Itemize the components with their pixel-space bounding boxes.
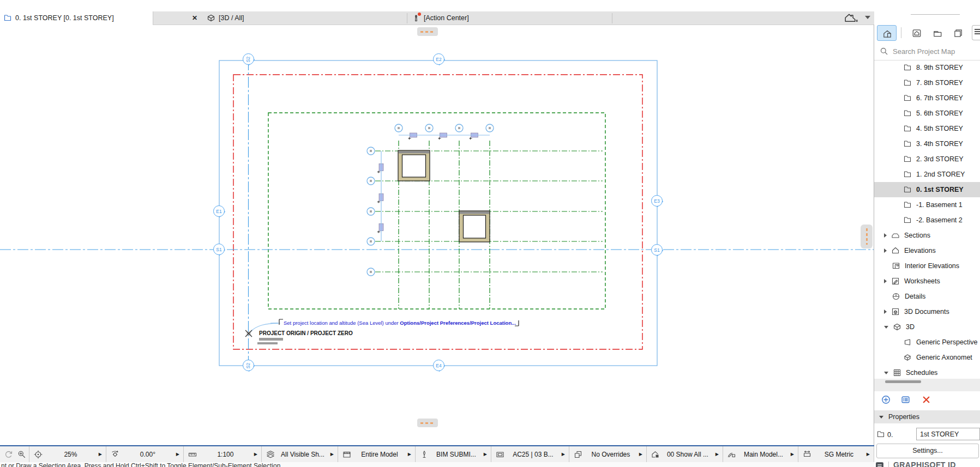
toolbar-value: 25% [43, 451, 99, 458]
quick-options-bar: 25%▶0.00°▶1:100▶All Visible Sh...▶Entire… [0, 445, 874, 462]
flyout-arrow-icon[interactable]: ▶ [716, 452, 719, 457]
sidebar-splitter-handle[interactable] [861, 225, 873, 248]
panel-menu-icon[interactable] [972, 25, 980, 40]
grid-marker-e2[interactable]: E2 [433, 53, 445, 65]
tree-item-3d-documents[interactable]: 3D Documents [874, 304, 980, 319]
toolbar-group-pen-set[interactable]: BIM SUBMI...▶ [416, 446, 491, 462]
location-annotation[interactable]: Set project location and altitude (Sea L… [284, 320, 516, 326]
toolbar-group-renovation-filter[interactable]: 00 Show All ...▶ [647, 446, 723, 462]
chevron-down-icon[interactable] [865, 16, 870, 19]
flyout-arrow-icon[interactable]: ▶ [254, 452, 257, 457]
toolbar-group-structure-display[interactable]: Entire Model▶ [338, 446, 416, 462]
chevron-right-icon[interactable] [884, 279, 887, 283]
chevron-right-icon[interactable] [884, 233, 887, 238]
toolbar-group-navigation[interactable] [0, 446, 29, 462]
flyout-arrow-icon[interactable]: ▶ [330, 452, 334, 457]
viewpoint-settings-button[interactable] [901, 395, 910, 404]
tree-item-6-7th-storey[interactable]: 6. 7th STOREY [874, 90, 980, 106]
grid-marker-e1[interactable]: E1 [213, 205, 225, 217]
toolbar-group-graphic-override[interactable]: No Overrides▶ [569, 446, 647, 462]
tree-item-2-3rd-storey[interactable]: 2. 3rd STOREY [874, 151, 980, 167]
flyout-arrow-icon[interactable]: ▶ [639, 452, 642, 457]
archicad-window: 0. 1st STOREY [0. 1st STOREY] ✕ [3D / Al… [0, 0, 980, 467]
storey-icon [903, 94, 912, 102]
properties-header[interactable]: Properties [874, 410, 980, 423]
chevron-down-icon[interactable] [884, 326, 888, 329]
flyout-arrow-icon[interactable]: ▶ [562, 452, 565, 457]
settings-button[interactable]: Settings... [876, 444, 979, 458]
toolbar-group-layers[interactable]: All Visible Sh...▶ [262, 446, 338, 462]
nav-mode-layout-book[interactable] [928, 25, 946, 40]
tree-hscroll-track[interactable] [874, 379, 980, 391]
storey-name-field[interactable]: 1st STOREY [916, 428, 980, 440]
palette-handle-bottom[interactable] [417, 419, 438, 427]
teamwork-cloud-icon[interactable] [843, 13, 862, 23]
history-icon[interactable] [4, 450, 13, 459]
grid-marker-label: S1 [654, 247, 659, 253]
chevron-down-icon[interactable] [884, 372, 888, 374]
zoom-in-icon[interactable] [17, 450, 26, 459]
tree-item-schedules[interactable]: Schedules [874, 365, 980, 380]
grid-marker-label: E1 [216, 209, 221, 214]
flyout-arrow-icon[interactable]: ▶ [99, 452, 102, 457]
grid-marker-s2[interactable]: S2 [243, 360, 255, 372]
fit-in-window-icon [34, 450, 43, 459]
palette-handle-top[interactable] [417, 27, 438, 36]
flyout-arrow-icon[interactable]: ▶ [484, 452, 487, 457]
search-input[interactable] [892, 47, 976, 56]
3d-box-icon [207, 14, 215, 22]
tree-item-1-basement-1[interactable]: -1. Basement 1 [874, 197, 980, 213]
tree-item-8-9th-storey[interactable]: 8. 9th STOREY [874, 60, 980, 75]
tree-item-3-4th-storey[interactable]: 3. 4th STOREY [874, 136, 980, 151]
delete-viewpoint-button[interactable] [922, 395, 931, 404]
toolbar-group-scale[interactable]: 1:100▶ [184, 446, 262, 462]
tree-hscroll-thumb[interactable] [885, 380, 921, 383]
grid-marker-e3[interactable]: E3 [651, 195, 663, 207]
nav-mode-publisher[interactable] [948, 25, 967, 40]
flyout-arrow-icon[interactable]: ▶ [867, 452, 870, 457]
floor-plan-canvas[interactable]: Set project location and altitude (Sea L… [0, 25, 874, 467]
toolbar-value: No Overrides [582, 451, 639, 458]
grid-marker-e4[interactable]: E4 [433, 360, 445, 372]
flyout-arrow-icon[interactable]: ▶ [791, 452, 794, 457]
graphisoft-id-bar[interactable]: GRAPHISOFT ID [874, 460, 980, 467]
tree-item-details[interactable]: Details [874, 289, 980, 304]
tree-item-interior-elevations[interactable]: Interior Elevations [874, 258, 980, 274]
tree-item-generic-axonomet[interactable]: Generic Axonomet [874, 350, 980, 365]
grid-marker-s1[interactable]: S1 [213, 244, 225, 256]
column-element[interactable] [459, 211, 490, 242]
toolbar-group-dimension[interactable]: Main Model...▶ [723, 446, 798, 462]
tree-item-5-6th-storey[interactable]: 5. 6th STOREY [874, 106, 980, 121]
text-handle-left [279, 319, 283, 325]
tree-item-generic-perspective[interactable]: Generic Perspective [874, 335, 980, 350]
tree-item-7-8th-storey[interactable]: 7. 8th STOREY [874, 75, 980, 90]
scale-icon [188, 450, 197, 459]
tree-item-worksheets[interactable]: Worksheets [874, 274, 980, 289]
tab-3d-all[interactable]: [3D / All] [153, 11, 407, 25]
flyout-arrow-icon[interactable]: ▶ [408, 452, 411, 457]
tree-item-elevations[interactable]: Elevations [874, 243, 980, 258]
nav-mode-project-map[interactable] [877, 25, 897, 41]
chevron-right-icon[interactable] [884, 248, 887, 253]
tree-item-sections[interactable]: Sections [874, 228, 980, 243]
nav-mode-view-map[interactable] [907, 25, 925, 40]
toolbar-group-rotate[interactable]: 0.00°▶ [106, 446, 184, 462]
column-element[interactable] [398, 150, 430, 181]
grid-marker-s2[interactable]: S2 [243, 53, 255, 65]
toolbar-group-model-view-options[interactable]: AC25 | 03 B...▶ [491, 446, 569, 462]
tree-item-1-2nd-storey[interactable]: 1. 2nd STOREY [874, 167, 980, 182]
toolbar-group-fit-in-window[interactable]: 25%▶ [29, 446, 106, 462]
tree-item-2-basement-2[interactable]: -2. Basement 2 [874, 213, 980, 228]
interior-elevation-icon [892, 262, 900, 270]
tab-action-center[interactable]: [Action Center] [407, 11, 611, 25]
grid-marker-label: S2 [246, 362, 251, 368]
grid-marker-s1[interactable]: S1 [651, 244, 663, 256]
tree-item-4-5th-storey[interactable]: 4. 5th STOREY [874, 121, 980, 136]
toolbar-group-working-units[interactable]: SG Metric▶ [798, 446, 874, 462]
flyout-arrow-icon[interactable]: ▶ [176, 452, 179, 457]
tree-item-3d[interactable]: 3D [874, 319, 980, 335]
tree-item-0-1st-storey[interactable]: 0. 1st STOREY [874, 182, 980, 197]
add-viewpoint-button[interactable] [881, 395, 891, 404]
chevron-right-icon[interactable] [884, 310, 887, 314]
tab-floor-plan[interactable]: 0. 1st STOREY [0. 1st STOREY] [0, 11, 153, 25]
